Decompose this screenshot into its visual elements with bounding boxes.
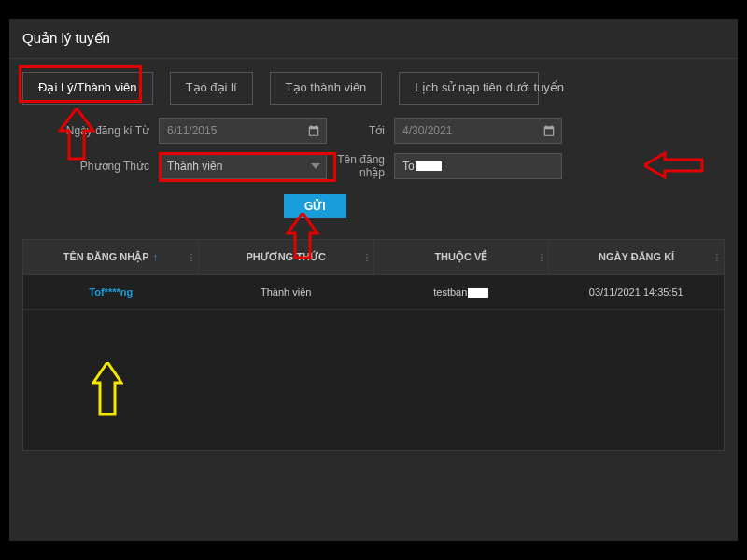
submit-button[interactable]: GỬI	[284, 194, 346, 218]
value-login: To	[402, 160, 415, 173]
label-method: Phương Thức	[22, 160, 153, 173]
cell-login[interactable]: Tof****ng	[23, 275, 199, 309]
cell-date: 03/11/2021 14:35:51	[549, 275, 725, 309]
main-panel: Quản lý tuyến Đại Lý/Thành viên Tạo đại …	[9, 19, 738, 541]
label-login: Tên đăng nhập	[332, 153, 388, 179]
col-belong[interactable]: THUỘC VỀ ⋮	[374, 240, 550, 274]
input-login[interactable]: To	[394, 153, 562, 179]
tab-create-agent[interactable]: Tạo đại lí	[170, 72, 253, 105]
drag-handle-icon[interactable]: ⋮	[537, 252, 544, 262]
input-date-to[interactable]: 4/30/2021	[394, 118, 562, 144]
label-date-from: Ngày đăng kí Từ	[22, 124, 153, 137]
tab-create-member[interactable]: Tạo thành viên	[270, 72, 383, 105]
chevron-down-icon	[311, 161, 320, 171]
value-date-from: 6/11/2015	[167, 124, 217, 137]
tab-agent-member[interactable]: Đại Lý/Thành viên	[22, 72, 153, 105]
tab-deposit-history[interactable]: Lịch sử nạp tiên dưới tuyến	[399, 72, 539, 105]
page-title: Quản lý tuyến	[9, 19, 738, 59]
filter-form: Ngày đăng kí Từ 6/11/2015 Tới 4/30/2021 …	[9, 108, 738, 189]
drag-handle-icon[interactable]: ⋮	[362, 252, 370, 262]
cell-belong: testban	[374, 275, 549, 309]
col-method[interactable]: PHƯƠNG THỨC ⋮	[199, 240, 374, 274]
cell-method: Thành viên	[199, 275, 374, 309]
select-method[interactable]: Thành viên	[159, 153, 327, 179]
col-date[interactable]: NGÀY ĐĂNG KÍ ⋮	[549, 240, 724, 274]
value-date-to: 4/30/2021	[402, 124, 452, 137]
label-date-to: Tới	[332, 124, 388, 137]
tab-bar: Đại Lý/Thành viên Tạo đại lí Tạo thành v…	[9, 59, 738, 108]
input-date-from[interactable]: 6/11/2015	[159, 118, 327, 144]
drag-handle-icon[interactable]: ⋮	[187, 252, 194, 262]
calendar-icon	[543, 124, 556, 137]
col-login[interactable]: TÊN ĐĂNG NHẬP↑ ⋮	[23, 240, 199, 274]
sort-asc-icon: ↑	[152, 251, 158, 262]
calendar-icon	[307, 124, 320, 137]
redaction-mask	[416, 161, 442, 171]
drag-handle-icon[interactable]: ⋮	[712, 252, 720, 262]
value-method: Thành viên	[167, 160, 222, 173]
redaction-mask	[468, 288, 488, 298]
results-table: TÊN ĐĂNG NHẬP↑ ⋮ PHƯƠNG THỨC ⋮ THUỘC VỀ …	[22, 239, 725, 451]
table-row: Tof****ng Thành viên testban 03/11/2021 …	[23, 275, 724, 310]
table-empty-space	[23, 310, 724, 450]
table-header: TÊN ĐĂNG NHẬP↑ ⋮ PHƯƠNG THỨC ⋮ THUỘC VỀ …	[23, 240, 724, 275]
